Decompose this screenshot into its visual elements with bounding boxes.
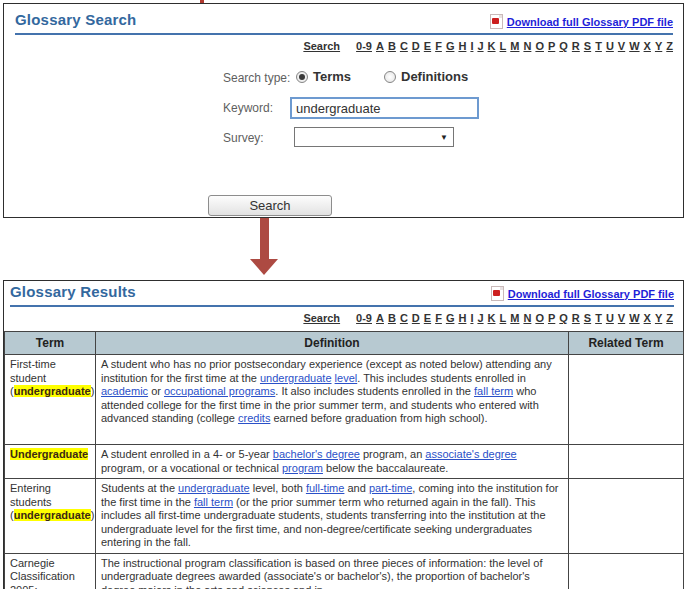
- letter-link-z[interactable]: Z: [666, 312, 673, 324]
- text-segment: ): [91, 509, 95, 521]
- letter-link-d[interactable]: D: [412, 40, 420, 52]
- letter-link-t[interactable]: T: [595, 312, 602, 324]
- text-segment: or: [148, 385, 164, 397]
- letter-link-o[interactable]: O: [535, 40, 544, 52]
- letter-link-u[interactable]: U: [606, 40, 614, 52]
- letter-link-k[interactable]: K: [488, 312, 496, 324]
- letter-link-e[interactable]: E: [424, 40, 431, 52]
- letter-link-g[interactable]: G: [446, 40, 455, 52]
- letter-link-b[interactable]: B: [388, 312, 396, 324]
- highlighted-search-term: Undergraduate: [10, 448, 88, 460]
- letter-link-y[interactable]: Y: [655, 312, 662, 324]
- letter-link-0-9[interactable]: 0-9: [356, 312, 372, 324]
- survey-select-wrap: ▼: [294, 127, 454, 147]
- download-glossary-pdf-link[interactable]: Download full Glossary PDF file: [490, 14, 673, 29]
- definition-term-link[interactable]: fall term: [474, 385, 513, 397]
- letter-link-j[interactable]: J: [477, 312, 483, 324]
- letter-link-x[interactable]: X: [644, 40, 651, 52]
- keyword-label: Keyword:: [223, 101, 273, 115]
- letter-link-0-9[interactable]: 0-9: [356, 40, 372, 52]
- letter-link-v[interactable]: V: [618, 40, 625, 52]
- letter-link-g[interactable]: G: [446, 312, 455, 324]
- definition-term-link[interactable]: level: [335, 372, 358, 384]
- search-panel-header: Glossary Search Download full Glossary P…: [15, 11, 673, 35]
- table-row: Entering students (undergraduate)Student…: [5, 479, 684, 554]
- definition-cell: Students at the undergraduate level, bot…: [96, 479, 569, 554]
- text-segment: program, an: [360, 448, 425, 460]
- definition-term-link[interactable]: undergraduate: [260, 372, 332, 384]
- letter-link-r[interactable]: R: [572, 40, 580, 52]
- letter-link-a[interactable]: A: [376, 312, 384, 324]
- letter-link-p[interactable]: P: [548, 40, 555, 52]
- letter-link-h[interactable]: H: [458, 40, 466, 52]
- letter-link-m[interactable]: M: [510, 312, 519, 324]
- letter-link-s[interactable]: S: [584, 312, 591, 324]
- letter-link-t[interactable]: T: [595, 40, 602, 52]
- download-link-label: Download full Glossary PDF file: [508, 288, 674, 300]
- definition-term-link[interactable]: occupational programs: [164, 385, 275, 397]
- letter-link-j[interactable]: J: [477, 40, 483, 52]
- letter-link-a[interactable]: A: [376, 40, 384, 52]
- letter-link-c[interactable]: C: [400, 312, 408, 324]
- definition-term-link[interactable]: bachelor's degree: [273, 448, 360, 460]
- nav-search-link-results[interactable]: Search: [303, 312, 340, 324]
- table-row: UndergraduateA student enrolled in a 4- …: [5, 445, 684, 479]
- letter-link-l[interactable]: L: [500, 312, 507, 324]
- letter-link-r[interactable]: R: [572, 312, 580, 324]
- definition-term-link[interactable]: credits: [238, 412, 270, 424]
- related-term-cell: [569, 355, 684, 445]
- letter-link-k[interactable]: K: [488, 40, 496, 52]
- letter-link-p[interactable]: P: [548, 312, 555, 324]
- definition-term-link[interactable]: part-time: [369, 482, 412, 494]
- letter-link-y[interactable]: Y: [655, 40, 662, 52]
- letter-link-v[interactable]: V: [618, 312, 625, 324]
- letter-link-d[interactable]: D: [412, 312, 420, 324]
- text-segment: The instructional program classification…: [101, 557, 542, 589]
- radio-definitions[interactable]: Definitions: [384, 69, 468, 84]
- letter-link-o[interactable]: O: [535, 312, 544, 324]
- letter-link-n[interactable]: N: [523, 312, 531, 324]
- definition-term-link[interactable]: undergraduate: [178, 482, 250, 494]
- letter-link-z[interactable]: Z: [666, 40, 673, 52]
- letter-link-q[interactable]: Q: [559, 40, 568, 52]
- letter-link-i[interactable]: I: [470, 40, 473, 52]
- related-term-cell: [569, 553, 684, 589]
- related-term-cell: [569, 479, 684, 554]
- radio-terms[interactable]: Terms: [296, 69, 351, 84]
- letter-link-c[interactable]: C: [400, 40, 408, 52]
- letter-link-b[interactable]: B: [388, 40, 396, 52]
- definition-term-link[interactable]: fall term: [194, 496, 233, 508]
- text-segment: A student enrolled in a 4- or 5-year: [101, 448, 273, 460]
- nav-search-link[interactable]: Search: [303, 40, 340, 52]
- definition-cell: A student enrolled in a 4- or 5-year bac…: [96, 445, 569, 479]
- results-table-body: First-time student (undergraduate)A stud…: [5, 355, 684, 589]
- search-submit-button[interactable]: Search: [208, 195, 332, 216]
- radio-terms-circle[interactable]: [296, 71, 308, 83]
- letter-link-h[interactable]: H: [458, 312, 466, 324]
- letter-link-i[interactable]: I: [470, 312, 473, 324]
- letter-link-s[interactable]: S: [584, 40, 591, 52]
- letter-link-q[interactable]: Q: [559, 312, 568, 324]
- letter-link-w[interactable]: W: [629, 40, 639, 52]
- keyword-input[interactable]: [290, 97, 479, 119]
- definition-term-link[interactable]: academic: [101, 385, 148, 397]
- related-term-cell: [569, 445, 684, 479]
- download-glossary-pdf-link-results[interactable]: Download full Glossary PDF file: [491, 286, 674, 301]
- text-segment: below the baccalaureate.: [323, 462, 448, 474]
- radio-definitions-circle[interactable]: [384, 71, 396, 83]
- letter-link-f[interactable]: F: [435, 40, 442, 52]
- pdf-icon: [490, 14, 503, 29]
- table-row: First-time student (undergraduate)A stud…: [5, 355, 684, 445]
- letter-link-x[interactable]: X: [644, 312, 651, 324]
- letter-link-w[interactable]: W: [629, 312, 639, 324]
- definition-term-link[interactable]: associate's degree: [425, 448, 516, 460]
- definition-term-link[interactable]: program: [282, 462, 323, 474]
- letter-link-f[interactable]: F: [435, 312, 442, 324]
- definition-term-link[interactable]: full-time: [306, 482, 345, 494]
- letter-link-n[interactable]: N: [523, 40, 531, 52]
- letter-link-u[interactable]: U: [606, 312, 614, 324]
- letter-link-e[interactable]: E: [424, 312, 431, 324]
- letter-link-m[interactable]: M: [510, 40, 519, 52]
- survey-select[interactable]: [295, 129, 453, 147]
- letter-link-l[interactable]: L: [500, 40, 507, 52]
